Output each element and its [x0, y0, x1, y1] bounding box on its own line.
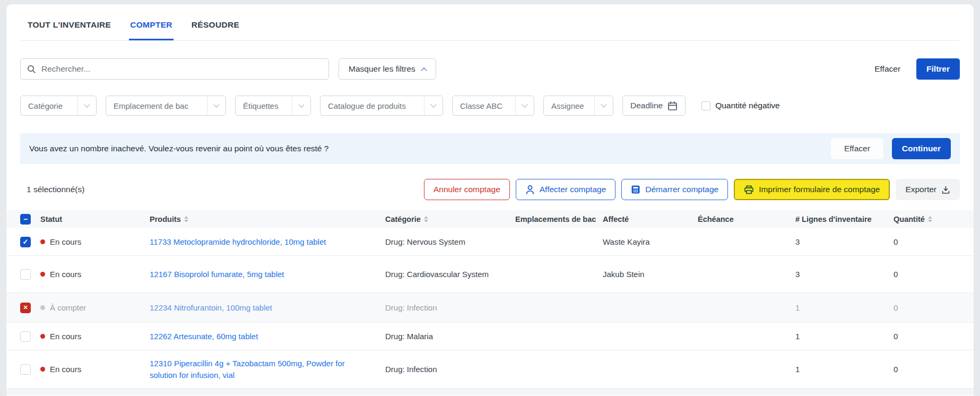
filter-selects-row: Catégorie Emplacement de bac Étiquettes …: [20, 96, 960, 116]
table-row: En cours 12167 Bisoprolol fumarate, 5mg …: [6, 256, 974, 293]
chevron-down-icon: [430, 101, 436, 107]
sort-icon[interactable]: [184, 216, 188, 222]
tab-resolve[interactable]: RÉSOUDRE: [190, 15, 240, 40]
col-quantite[interactable]: Quantité: [888, 215, 974, 223]
col-produits[interactable]: Produits: [150, 215, 385, 223]
quantity-value: 0: [888, 332, 974, 341]
checkbox-unchecked-icon: [701, 101, 710, 110]
status-dot-red: [40, 239, 45, 244]
search-icon: [27, 65, 36, 74]
selected-count: 1 sélectionné(s): [20, 185, 84, 194]
inventory-card: TOUT L'INVENTAIRE COMPTER RÉSOUDRE Reche…: [6, 4, 974, 396]
col-categorie[interactable]: Catégorie: [385, 215, 515, 223]
download-icon: [941, 185, 950, 194]
product-link[interactable]: 12310 Piperacillin 4g + Tazobactam 500mg…: [150, 358, 385, 381]
calculator-icon: [631, 185, 640, 194]
row-checkbox-unchecked[interactable]: [20, 364, 31, 375]
counts-table: Statut Produits Catégorie Emplacements d…: [6, 210, 974, 395]
product-link[interactable]: 12234 Nitrofurantoin, 100mg tablet: [150, 302, 385, 314]
product-link[interactable]: 11733 Metoclopramide hydrochloride, 10mg…: [150, 236, 385, 248]
unfinished-count-banner: Vous avez un nombre inachevé. Voulez-vou…: [20, 133, 960, 164]
product-link[interactable]: 12167 Bisoprolol fumarate, 5mg tablet: [150, 269, 385, 280]
print-count-form-button[interactable]: Imprimer formulaire de comptage: [734, 179, 890, 200]
table-header: Statut Produits Catégorie Emplacements d…: [6, 210, 974, 228]
chevron-down-icon: [522, 101, 527, 107]
filter-abc-class[interactable]: Classe ABC: [452, 96, 534, 116]
inventory-lines-count: 3: [788, 237, 888, 246]
chevron-down-icon: [84, 101, 90, 107]
chevron-down-icon: [601, 101, 606, 107]
status-dot-red: [40, 367, 45, 372]
row-checkbox-checked[interactable]: [20, 237, 31, 247]
next-row-partial: [6, 389, 974, 395]
chevron-down-icon: [298, 101, 304, 107]
search-input[interactable]: Rechercher...: [20, 58, 329, 80]
table-row: À compter 12234 Nitrofurantoin, 100mg ta…: [6, 293, 974, 323]
table-row: En cours 11733 Metoclopramide hydrochlor…: [6, 228, 974, 256]
start-count-button[interactable]: Démarrer comptage: [621, 179, 728, 200]
inventory-lines-count: 3: [788, 270, 888, 279]
search-row: Rechercher... Masquer les filtres Efface…: [20, 58, 960, 80]
cancel-count-button[interactable]: Annuler comptage: [424, 179, 510, 200]
filter-bin-location[interactable]: Emplacement de bac: [106, 96, 226, 116]
filter-product-catalogue[interactable]: Catalogue de produits: [320, 96, 443, 116]
status-dot-red: [40, 334, 45, 339]
apply-filter-button[interactable]: Filtrer: [916, 58, 960, 80]
chevron-up-icon: [421, 67, 427, 73]
assigned-to: Jakub Stein: [603, 270, 698, 279]
negative-quantity-checkbox[interactable]: Quantité négative: [701, 101, 780, 110]
tab-bar: TOUT L'INVENTAIRE COMPTER RÉSOUDRE: [20, 15, 960, 41]
inventory-lines-count: 1: [788, 365, 888, 374]
filter-assignee[interactable]: Assignee: [543, 96, 613, 116]
clear-filters-button[interactable]: Effacer: [874, 64, 900, 74]
col-echeance: Échéance: [698, 215, 788, 223]
banner-message: Vous avez un nombre inachevé. Voulez-vou…: [29, 144, 328, 153]
chevron-down-icon: [213, 101, 219, 107]
hide-filters-button[interactable]: Masquer les filtres: [339, 58, 436, 80]
quantity-value: 0: [888, 303, 974, 312]
calendar-icon: [667, 101, 678, 111]
inventory-lines-count: 1: [788, 303, 888, 312]
banner-clear-button[interactable]: Effacer: [831, 138, 883, 159]
col-lignes: # Lignes d'inventaire: [788, 215, 888, 223]
search-placeholder: Rechercher...: [41, 64, 90, 74]
select-all-checkbox-indeterminate[interactable]: [20, 214, 31, 225]
row-checkbox-unchecked[interactable]: [20, 331, 31, 342]
col-affecte: Affecté: [603, 215, 698, 223]
status-dot-gray: [40, 305, 45, 310]
assign-count-button[interactable]: Affecter comptage: [516, 179, 616, 200]
col-emplacements: Emplacements de bac: [515, 215, 603, 223]
sort-icon[interactable]: [424, 216, 428, 222]
sort-icon[interactable]: [928, 216, 932, 222]
assigned-to: Waste Kayira: [603, 237, 698, 246]
actions-row: 1 sélectionné(s) Annuler comptage Affect…: [20, 179, 960, 200]
product-link[interactable]: 12262 Artesunate, 60mg tablet: [150, 331, 385, 342]
person-icon: [525, 185, 535, 195]
filter-deadline[interactable]: Deadline: [622, 96, 686, 116]
row-checkbox-unchecked[interactable]: [20, 269, 31, 280]
tab-count[interactable]: COMPTER: [129, 15, 174, 40]
inventory-lines-count: 1: [788, 332, 888, 341]
filter-tags[interactable]: Étiquettes: [235, 96, 311, 116]
banner-continue-button[interactable]: Continuer: [892, 138, 951, 159]
quantity-value: 0: [888, 237, 974, 246]
quantity-value: 0: [888, 365, 974, 374]
table-row: En cours 12262 Artesunate, 60mg tablet D…: [6, 323, 974, 350]
col-statut: Statut: [40, 215, 150, 223]
tab-all-inventory[interactable]: TOUT L'INVENTAIRE: [27, 15, 112, 40]
status-dot-red: [40, 272, 45, 277]
filter-category[interactable]: Catégorie: [20, 96, 97, 116]
export-button[interactable]: Exporter: [896, 179, 960, 200]
table-row: En cours 12310 Piperacillin 4g + Tazobac…: [6, 350, 974, 389]
row-checkbox-remove[interactable]: [20, 303, 31, 313]
printer-icon: [744, 185, 754, 195]
quantity-value: 0: [888, 270, 974, 279]
